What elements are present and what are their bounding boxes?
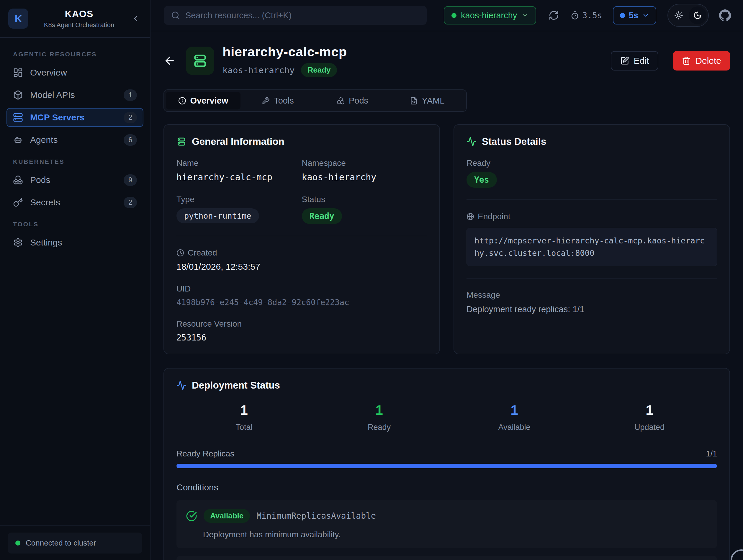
sidebar-item-count-badge: 1: [124, 89, 137, 101]
stat-value: 1: [582, 402, 717, 418]
key-icon: [13, 198, 23, 207]
arrow-left-icon: [164, 54, 176, 67]
sun-icon: [674, 11, 683, 20]
load-time-value: 3.5s: [582, 11, 602, 20]
sidebar-item-count-badge: 2: [124, 112, 137, 123]
condition-row: Progressing NewReplicaSetAvailable Repli…: [176, 556, 717, 560]
divider: [176, 236, 427, 236]
search-icon: [171, 11, 180, 20]
field-label: UID: [176, 284, 427, 294]
detail-tabs: Overview Tools Pods YAML: [164, 89, 467, 112]
namespace-select[interactable]: kaos-hierarchy: [444, 6, 536, 25]
moon-icon: [693, 11, 702, 20]
deployment-status-card: Deployment Status 1 Total 1 Ready 1 Avai…: [164, 368, 730, 560]
tab-overview[interactable]: Overview: [166, 92, 241, 110]
edit-pen-icon: [620, 56, 629, 65]
sidebar-footer: Connected to cluster: [0, 525, 150, 560]
main-content: hierarchy-calc-mcp kaos-hierarchy Ready …: [150, 31, 743, 560]
server-stack-icon: [13, 113, 23, 122]
nav-section-tools: TOOLS: [13, 221, 137, 228]
edit-button-label: Edit: [634, 56, 649, 66]
sidebar-item-secrets[interactable]: Secrets 2: [6, 193, 143, 212]
brand-title: KAOS: [35, 8, 123, 19]
divider: [467, 278, 717, 278]
stat-updated: 1 Updated: [582, 402, 717, 432]
edit-button[interactable]: Edit: [611, 51, 659, 71]
sidebar-item-overview[interactable]: Overview: [6, 63, 143, 82]
field-label: Type: [176, 195, 302, 204]
deployment-stats: 1 Total 1 Ready 1 Available 1 Updated: [176, 402, 717, 432]
sidebar-item-mcp-servers[interactable]: MCP Servers 2: [6, 108, 143, 127]
sidebar-item-label: Pods: [30, 175, 117, 185]
interval-status-dot: [620, 13, 625, 18]
stopwatch-icon: [570, 11, 579, 20]
nav-section-agentic-resources: AGENTIC RESOURCES: [13, 51, 137, 58]
stat-label: Available: [447, 423, 582, 432]
ready-badge: Yes: [467, 172, 497, 188]
back-button[interactable]: [164, 54, 176, 67]
tab-tools[interactable]: Tools: [241, 92, 315, 110]
github-button[interactable]: [719, 9, 731, 21]
tab-pods[interactable]: Pods: [315, 92, 390, 110]
type-badge: python-runtime: [176, 208, 259, 223]
load-time: 3.5s: [570, 11, 602, 20]
check-circle-icon: [186, 510, 197, 522]
field-label: Ready: [467, 159, 717, 168]
globe-icon: [467, 213, 474, 220]
card-title: General Information: [192, 136, 285, 147]
theme-toggle[interactable]: [667, 4, 709, 27]
condition-type-badge: Available: [204, 509, 250, 523]
brand-avatar: K: [8, 8, 28, 29]
field-created: Created 18/01/2026, 12:53:57: [176, 248, 427, 272]
server-stack-icon: [192, 53, 208, 69]
page-title: hierarchy-calc-mcp: [222, 44, 603, 59]
github-icon: [719, 9, 731, 21]
namespace-status-dot: [451, 13, 456, 18]
delete-button[interactable]: Delete: [673, 51, 730, 71]
sidebar-item-pods[interactable]: Pods 9: [6, 171, 143, 189]
sidebar-item-settings[interactable]: Settings: [6, 233, 143, 252]
sidebar-item-count-badge: 9: [124, 174, 137, 186]
tab-label: YAML: [422, 96, 445, 105]
search-input[interactable]: [185, 11, 420, 20]
field-message: Message Deployment ready replicas: 1/1: [467, 290, 717, 314]
server-stack-icon: [176, 137, 186, 147]
topbar: kaos-hierarchy 3.5s 5s: [150, 0, 743, 31]
sidebar-item-model-apis[interactable]: Model APIs 1: [6, 86, 143, 104]
search-box[interactable]: [164, 6, 427, 25]
sidebar-collapse-button[interactable]: [130, 14, 142, 23]
ready-replicas-label: Ready Replicas: [176, 449, 234, 459]
sidebar-item-label: Secrets: [30, 198, 117, 207]
sidebar-item-label: Overview: [30, 68, 137, 78]
field-value: 18/01/2026, 12:53:57: [176, 262, 427, 272]
refresh-button[interactable]: [549, 10, 559, 20]
conditions-label: Conditions: [176, 482, 717, 492]
endpoint-value[interactable]: http://mcpserver-hierarchy-calc-mcp.kaos…: [467, 228, 717, 266]
condition-message: Deployment has minimum availability.: [203, 530, 708, 540]
ready-replicas-value: 1/1: [706, 449, 717, 459]
gear-icon: [13, 238, 23, 248]
refresh-interval-value: 5s: [629, 11, 638, 20]
cube-icon: [13, 90, 23, 100]
dashboard-grid-icon: [13, 68, 23, 78]
refresh-interval-select[interactable]: 5s: [613, 6, 656, 25]
stat-available: 1 Available: [447, 402, 582, 432]
ready-status-badge: Ready: [301, 63, 337, 77]
field-uid: UID 4198b976-e245-4c49-8da2-92c60fe223ac: [176, 284, 427, 307]
field-resource-version: Resource Version 253156: [176, 319, 427, 343]
resource-namespace: kaos-hierarchy: [222, 65, 295, 75]
chevron-down-icon: [642, 12, 649, 19]
namespace-select-value: kaos-hierarchy: [461, 11, 517, 20]
sidebar-nav: AGENTIC RESOURCES Overview Model APIs 1 …: [0, 38, 150, 525]
sidebar-item-agents[interactable]: Agents 6: [6, 130, 143, 149]
tab-yaml[interactable]: YAML: [390, 92, 465, 110]
light-theme-button[interactable]: [670, 6, 688, 24]
connection-status-text: Connected to cluster: [26, 539, 96, 548]
field-label: Status: [302, 195, 427, 204]
clock-icon: [176, 249, 184, 257]
dark-theme-button[interactable]: [689, 6, 706, 24]
field-label: Message: [467, 290, 717, 300]
field-value: 4198b976-e245-4c49-8da2-92c60fe223ac: [176, 298, 427, 307]
boxes-icon: [337, 97, 345, 105]
status-badge: Ready: [302, 208, 342, 224]
